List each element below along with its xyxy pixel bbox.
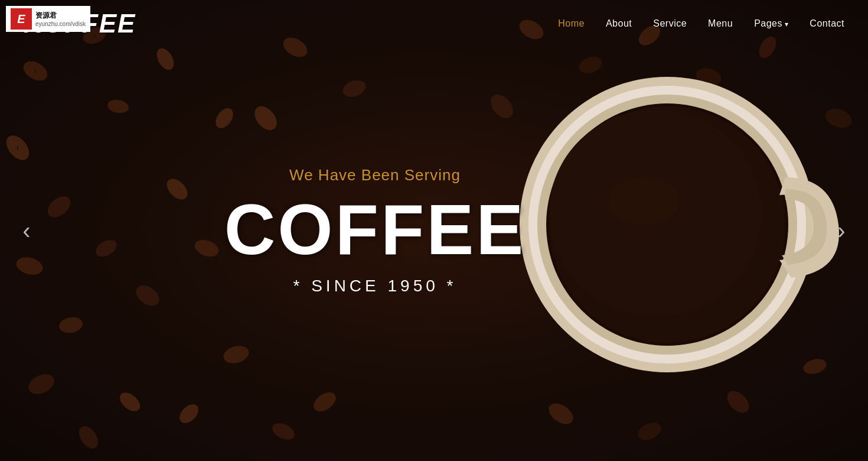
hero-title: COFFEE bbox=[224, 194, 526, 265]
svg-point-10 bbox=[132, 281, 163, 310]
hero-since: * SINCE 1950 * bbox=[224, 277, 526, 296]
nav-link-about[interactable]: About bbox=[606, 18, 632, 28]
svg-point-12 bbox=[192, 237, 221, 260]
svg-point-14 bbox=[116, 389, 143, 415]
navbar: ROFFEE Home About Service Menu Pages Con… bbox=[0, 0, 868, 47]
svg-point-6 bbox=[14, 255, 45, 278]
watermark-text: 资源君 eyunzhu.com/vdisk bbox=[35, 11, 86, 27]
svg-point-11 bbox=[212, 105, 236, 132]
nav-item-menu[interactable]: Menu bbox=[708, 18, 733, 29]
nav-item-service[interactable]: Service bbox=[653, 18, 687, 29]
watermark-badge: E bbox=[11, 8, 32, 30]
svg-point-7 bbox=[93, 236, 120, 260]
svg-point-9 bbox=[58, 316, 84, 335]
svg-point-44 bbox=[608, 177, 679, 225]
coffee-cup-area bbox=[472, 0, 868, 461]
svg-point-5 bbox=[154, 46, 178, 73]
svg-point-19 bbox=[341, 77, 368, 100]
coffee-cup-svg bbox=[496, 47, 862, 414]
nav-item-about[interactable]: About bbox=[606, 18, 632, 29]
svg-point-22 bbox=[270, 420, 297, 443]
svg-point-17 bbox=[176, 401, 202, 427]
nav-item-home[interactable]: Home bbox=[558, 18, 585, 29]
svg-point-15 bbox=[221, 343, 251, 366]
nav-link-home[interactable]: Home bbox=[558, 18, 585, 28]
svg-point-21 bbox=[310, 388, 339, 415]
hero-section: ROFFEE Home About Service Menu Pages Con… bbox=[0, 0, 868, 461]
svg-point-20 bbox=[250, 102, 282, 135]
nav-link-menu[interactable]: Menu bbox=[708, 18, 733, 28]
svg-point-8 bbox=[163, 175, 191, 203]
nav-link-pages[interactable]: Pages bbox=[754, 18, 788, 28]
svg-point-3 bbox=[106, 98, 129, 115]
watermark: E 资源君 eyunzhu.com/vdisk bbox=[6, 6, 90, 32]
carousel-next-button[interactable]: › bbox=[827, 216, 856, 245]
carousel-prev-button[interactable]: ‹ bbox=[12, 216, 41, 245]
nav-item-contact[interactable]: Contact bbox=[810, 18, 844, 29]
svg-point-4 bbox=[44, 192, 74, 222]
svg-point-16 bbox=[75, 423, 102, 452]
nav-item-pages[interactable]: Pages bbox=[754, 18, 788, 29]
hero-subtitle: We Have Been Serving bbox=[224, 166, 526, 184]
nav-links: Home About Service Menu Pages Contact bbox=[558, 18, 844, 29]
svg-point-13 bbox=[25, 371, 57, 398]
nav-link-contact[interactable]: Contact bbox=[810, 18, 844, 28]
nav-link-service[interactable]: Service bbox=[653, 18, 687, 28]
hero-content: We Have Been Serving COFFEE * SINCE 1950… bbox=[224, 166, 526, 296]
